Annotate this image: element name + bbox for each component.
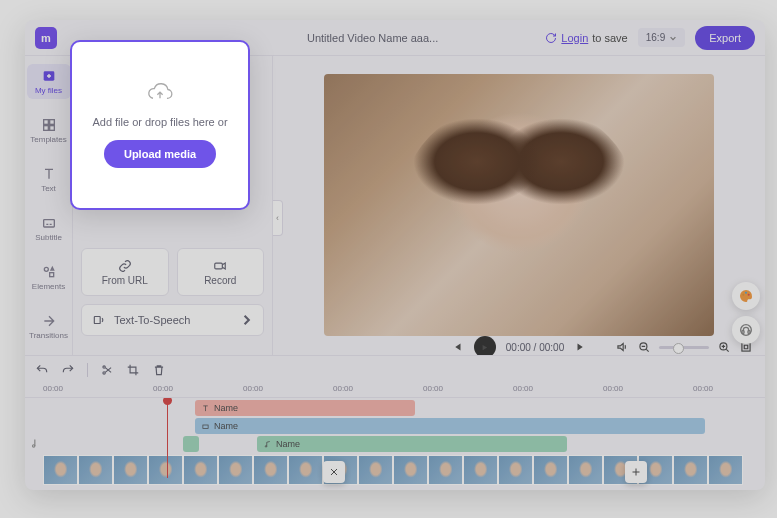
- play-button[interactable]: [474, 336, 496, 355]
- sync-icon: [545, 32, 557, 44]
- camera-icon: [212, 259, 228, 273]
- svg-rect-11: [94, 317, 100, 324]
- video-thumb[interactable]: [358, 455, 393, 485]
- sidebar-item-transitions[interactable]: Transitions: [27, 309, 71, 344]
- prev-frame-button[interactable]: [450, 340, 464, 354]
- svg-point-15: [103, 366, 105, 368]
- split-button[interactable]: [100, 363, 114, 377]
- sidebar-item-elements[interactable]: Elements: [27, 260, 71, 295]
- video-thumb[interactable]: [568, 455, 603, 485]
- audio-clip-small[interactable]: [183, 436, 199, 452]
- video-thumb[interactable]: [463, 455, 498, 485]
- redo-button[interactable]: [61, 363, 75, 377]
- chevron-right-icon: [239, 313, 253, 327]
- undo-button[interactable]: [35, 363, 49, 377]
- video-thumb[interactable]: [428, 455, 463, 485]
- add-clip-button[interactable]: [625, 461, 647, 483]
- upload-media-button[interactable]: Upload media: [104, 140, 216, 168]
- login-link[interactable]: Login: [561, 32, 588, 44]
- video-thumb[interactable]: [673, 455, 708, 485]
- svg-rect-4: [49, 126, 54, 131]
- zoom-out-button[interactable]: [637, 340, 651, 354]
- video-thumb[interactable]: [183, 455, 218, 485]
- cloud-upload-icon: [146, 82, 174, 104]
- svg-point-21: [745, 292, 747, 294]
- svg-rect-10: [215, 263, 223, 269]
- svg-rect-2: [49, 120, 54, 125]
- sidebar-item-my-files[interactable]: My files: [27, 64, 71, 99]
- from-url-card[interactable]: From URL: [81, 248, 169, 296]
- preview-area: 00:00 / 00:00: [273, 56, 765, 355]
- video-thumb[interactable]: [253, 455, 288, 485]
- templates-icon: [41, 117, 57, 133]
- text-icon: [41, 166, 57, 182]
- sidebar-item-templates[interactable]: Templates: [27, 113, 71, 148]
- text-to-speech-row[interactable]: Text-To-Speech: [81, 304, 264, 336]
- svg-rect-14: [742, 343, 750, 351]
- sidebar-item-subtitle[interactable]: Subtitle: [27, 211, 71, 246]
- transitions-icon: [41, 313, 57, 329]
- tts-icon: [92, 313, 106, 327]
- svg-rect-1: [43, 120, 48, 125]
- transition-marker[interactable]: [323, 461, 345, 483]
- video-track[interactable]: [43, 455, 765, 487]
- record-card[interactable]: Record: [177, 248, 265, 296]
- video-canvas[interactable]: [324, 74, 714, 336]
- video-thumb[interactable]: [148, 455, 183, 485]
- subtitle-clip-icon: [201, 422, 210, 431]
- volume-button[interactable]: [615, 340, 629, 354]
- aspect-ratio-selector[interactable]: 16:9: [638, 28, 685, 47]
- svg-rect-17: [203, 425, 208, 428]
- audio-clip-icon: [263, 440, 272, 449]
- upload-media-popup: Add file or drop files here or Upload me…: [70, 40, 250, 210]
- crop-button[interactable]: [126, 363, 140, 377]
- svg-point-22: [748, 294, 750, 296]
- track-visibility-icon[interactable]: [29, 436, 43, 450]
- delete-button[interactable]: [152, 363, 166, 377]
- subtitle-icon: [41, 215, 57, 231]
- app-logo[interactable]: m: [35, 27, 57, 49]
- upload-hint-text: Add file or drop files here or: [92, 116, 227, 128]
- login-hint: Login to save: [545, 32, 627, 44]
- support-float-button[interactable]: [732, 316, 760, 344]
- text-clip-icon: [201, 404, 210, 413]
- svg-point-16: [103, 372, 105, 374]
- timeline: 00:00 00:00 00:00 00:00 00:00 00:00 00:0…: [25, 355, 765, 490]
- video-thumb[interactable]: [708, 455, 743, 485]
- timeline-tracks[interactable]: Name Name Name: [25, 398, 765, 490]
- zoom-slider[interactable]: [659, 346, 709, 349]
- svg-rect-5: [43, 220, 54, 227]
- sidebar-item-text[interactable]: Text: [27, 162, 71, 197]
- zoom-in-button[interactable]: [717, 340, 731, 354]
- playback-controls: 00:00 / 00:00: [273, 336, 765, 355]
- palette-float-button[interactable]: [732, 282, 760, 310]
- elements-icon: [41, 264, 57, 280]
- video-thumb[interactable]: [218, 455, 253, 485]
- project-title[interactable]: Untitled Video Name aaa...: [307, 32, 438, 44]
- video-thumb[interactable]: [288, 455, 323, 485]
- video-thumb[interactable]: [78, 455, 113, 485]
- text-clip[interactable]: Name: [195, 400, 415, 416]
- svg-point-6: [44, 267, 48, 271]
- audio-clip[interactable]: Name: [257, 436, 567, 452]
- time-display: 00:00 / 00:00: [506, 342, 564, 353]
- svg-rect-25: [748, 331, 750, 334]
- video-thumb[interactable]: [43, 455, 78, 485]
- video-thumb[interactable]: [498, 455, 533, 485]
- next-frame-button[interactable]: [574, 340, 588, 354]
- timeline-toolbar: [25, 356, 765, 384]
- svg-point-20: [742, 294, 744, 296]
- collapse-panel-button[interactable]: ‹: [273, 200, 283, 236]
- login-suffix: to save: [592, 32, 627, 44]
- timeline-ruler[interactable]: 00:00 00:00 00:00 00:00 00:00 00:00 00:0…: [25, 384, 765, 398]
- video-thumb[interactable]: [393, 455, 428, 485]
- export-button[interactable]: Export: [695, 26, 755, 50]
- plus-file-icon: [41, 68, 57, 84]
- link-icon: [117, 259, 133, 273]
- playhead[interactable]: [167, 398, 168, 478]
- subtitle-clip[interactable]: Name: [195, 418, 705, 434]
- chevron-down-icon: [669, 34, 677, 42]
- video-thumb[interactable]: [533, 455, 568, 485]
- sidebar: My files Templates Text Subtitle Element…: [25, 56, 73, 355]
- video-thumb[interactable]: [113, 455, 148, 485]
